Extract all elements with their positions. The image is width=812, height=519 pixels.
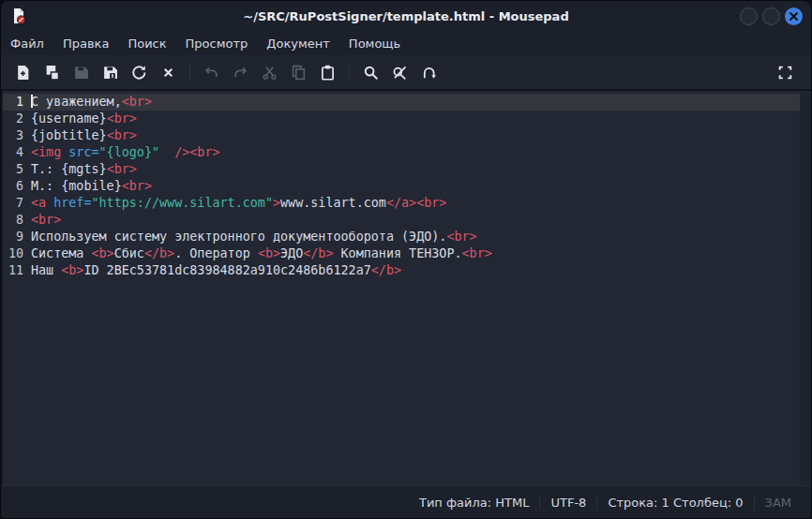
redo-button: [226, 58, 255, 86]
editor-line[interactable]: 7<a href="https://www.silart.com">www.si…: [3, 195, 800, 212]
open-button[interactable]: [38, 58, 67, 86]
editor-line[interactable]: 6М.: {mobile}<br>: [3, 178, 800, 195]
editor-lines: 1С уважением,<br>2{username}<br>3{jobtit…: [3, 94, 800, 279]
menu-item[interactable]: Поиск: [118, 33, 175, 54]
menubar: ФайлПравкаПоискПросмотрДокументПомощь: [1, 31, 811, 55]
statusbar: Тип файла: HTML UTF-8 Строка: 1 Столбец:…: [1, 485, 811, 518]
new-document-icon: [15, 65, 31, 81]
close-x-icon: [160, 65, 176, 81]
line-number: 4: [3, 144, 31, 161]
undo-button: [197, 58, 226, 86]
magnifier-pencil-icon: [392, 65, 408, 81]
menu-item[interactable]: Помощь: [339, 33, 410, 54]
code-text: Наш <b>ID 2BEc53781dc83984882a910c2486b6…: [31, 263, 401, 277]
filetype-status[interactable]: Тип файла: HTML: [409, 496, 540, 510]
editor-line[interactable]: 9Используем систему электронного докумен…: [3, 229, 800, 245]
code-text: Используем систему электронного документ…: [31, 230, 477, 244]
toolbar-separator: [189, 62, 190, 82]
code-text: М.: {mobile}<br>: [31, 179, 152, 193]
fullscreen-corners-icon: [777, 65, 793, 81]
line-number: 11: [3, 262, 31, 279]
cut-button: [255, 58, 284, 86]
code-text: <br>: [31, 213, 61, 227]
menu-item[interactable]: Документ: [257, 33, 339, 54]
editor-line[interactable]: 8<br>: [3, 212, 800, 229]
menu-item[interactable]: Просмотр: [176, 33, 258, 54]
window-title: ~/SRC/RuPostSigner/template.html - Mouse…: [1, 9, 811, 23]
code-text: {jobtitle}<br>: [31, 128, 137, 142]
menu-item[interactable]: Правка: [53, 33, 118, 54]
cursor-position-status: Строка: 1 Столбец: 0: [597, 496, 753, 510]
undo-arrow-icon: [203, 65, 219, 81]
titlebar[interactable]: ~/SRC/RuPostSigner/template.html - Mouse…: [1, 1, 811, 31]
maximize-button[interactable]: [762, 7, 780, 25]
line-number: 10: [3, 245, 31, 262]
editor-line[interactable]: 11Наш <b>ID 2BEc53781dc83984882a910c2486…: [3, 262, 800, 279]
floppy-save-as-icon: [102, 65, 118, 81]
text-editor[interactable]: 1С уважением,<br>2{username}<br>3{jobtit…: [1, 91, 811, 485]
editor-line[interactable]: 3{jobtitle}<br>: [3, 127, 800, 144]
copy-button: [284, 58, 313, 86]
close-button[interactable]: [785, 7, 803, 25]
menu-item[interactable]: Файл: [1, 33, 53, 54]
paste-button[interactable]: [313, 58, 342, 86]
fullscreen-button[interactable]: [771, 58, 800, 86]
line-number: 3: [3, 127, 31, 144]
clipboard-icon: [320, 65, 336, 81]
line-number: 2: [3, 111, 31, 127]
close-file-button[interactable]: [154, 58, 183, 86]
editor-line[interactable]: 2{username}<br>: [3, 111, 800, 127]
mousepad-app-icon: [9, 7, 28, 25]
copy-pages-icon: [291, 65, 307, 81]
line-number: 6: [3, 178, 31, 195]
editor-line[interactable]: 5Т.: {mgts}<br>: [3, 161, 800, 178]
open-document-icon: [44, 65, 60, 81]
editor-line[interactable]: 10Система <b>Сбис</b>. Оператор <b>ЭДО</…: [3, 245, 800, 262]
editor-line[interactable]: 4<img src="{logo}" /><br>: [3, 144, 800, 161]
floppy-save-icon: [73, 65, 89, 81]
line-number: 8: [3, 212, 31, 229]
encoding-status[interactable]: UTF-8: [540, 496, 596, 510]
redo-arrow-icon: [233, 65, 248, 81]
new-file-button[interactable]: [8, 58, 38, 86]
code-text: Система <b>Сбис</b>. Оператор <b>ЭДО</b>…: [31, 246, 492, 260]
editor-line[interactable]: 1С уважением,<br>: [3, 94, 800, 111]
line-number: 7: [3, 195, 31, 212]
line-number: 1: [3, 94, 31, 111]
toolbar-separator: [349, 62, 350, 82]
jump-arrow-icon: [421, 65, 437, 81]
minimize-button[interactable]: [740, 7, 758, 25]
code-text: С уважением,<br>: [31, 95, 152, 109]
toolbar: [1, 55, 811, 91]
save-button: [67, 58, 96, 86]
code-text: <img src="{logo}" /><br>: [31, 145, 220, 159]
close-icon: [789, 11, 799, 22]
save-as-button[interactable]: [96, 58, 125, 86]
magnifier-icon: [363, 65, 379, 81]
reload-icon: [131, 65, 147, 81]
code-text: <a href="https://www.silart.com">www.sil…: [31, 196, 446, 210]
mousepad-window: ~/SRC/RuPostSigner/template.html - Mouse…: [0, 0, 812, 519]
line-number: 9: [3, 229, 31, 245]
scissors-icon: [262, 65, 278, 81]
line-number: 5: [3, 161, 31, 178]
code-text: Т.: {mgts}<br>: [31, 162, 137, 176]
find-replace-button[interactable]: [385, 58, 414, 86]
find-button[interactable]: [356, 58, 385, 86]
go-to-button[interactable]: [414, 58, 444, 86]
code-text: {username}<br>: [31, 111, 137, 126]
reload-button[interactable]: [125, 58, 154, 86]
overwrite-mode-status[interactable]: ЗАМ: [755, 496, 802, 510]
